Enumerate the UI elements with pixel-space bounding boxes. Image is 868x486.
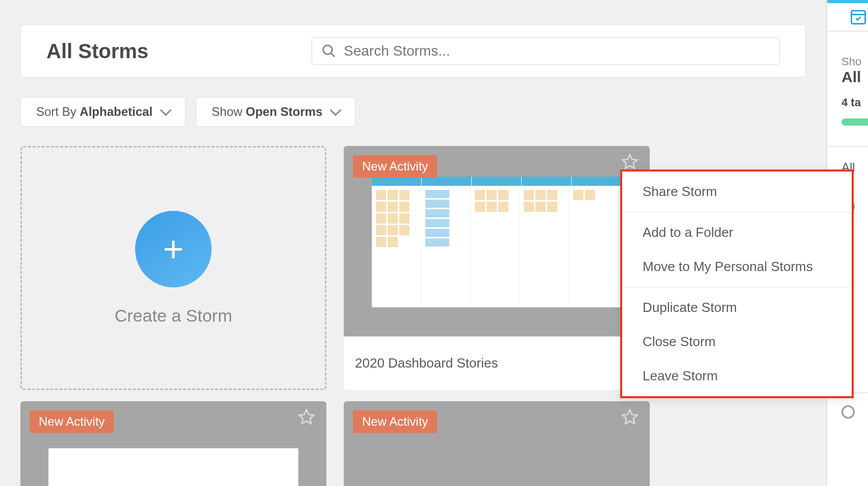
- favorite-star[interactable]: [298, 408, 315, 426]
- svg-rect-5: [852, 11, 865, 24]
- new-activity-badge: New Activity: [353, 155, 437, 178]
- favorite-star[interactable]: [621, 153, 639, 171]
- svg-marker-2: [623, 155, 637, 168]
- menu-share-storm[interactable]: Share Storm: [622, 175, 852, 209]
- show-value: Open Storms: [246, 105, 323, 118]
- show-label: Show: [212, 105, 246, 118]
- side-filter-title: All: [827, 68, 868, 86]
- side-tasks-icon[interactable]: [827, 3, 868, 31]
- new-activity-badge: New Activity: [30, 410, 114, 433]
- storm-preview: [372, 177, 622, 307]
- sort-dropdown[interactable]: Sort By Alphabetical: [20, 97, 186, 127]
- svg-marker-4: [623, 410, 637, 424]
- svg-line-1: [331, 53, 335, 57]
- show-dropdown[interactable]: Show Open Storms: [196, 97, 355, 127]
- side-task-count: 4 ta: [827, 96, 868, 109]
- svg-point-0: [323, 45, 333, 55]
- storm-context-menu: Share Storm Add to a Folder Move to My P…: [620, 169, 854, 398]
- page-title: All Storms: [46, 40, 291, 63]
- storm-title: 2020 Dashboard Stories: [355, 355, 498, 371]
- menu-leave-storm[interactable]: Leave Storm: [622, 359, 852, 393]
- header-bar: All Storms: [20, 25, 806, 78]
- create-storm-card[interactable]: + Create a Storm: [20, 146, 326, 390]
- favorite-star[interactable]: [621, 408, 639, 426]
- chevron-down-icon: [160, 105, 172, 116]
- storm-card[interactable]: New Activity: [20, 401, 326, 486]
- sort-value: Alphabetical: [80, 105, 152, 118]
- menu-close-storm[interactable]: Close Storm: [622, 325, 852, 359]
- side-progress-bar: [841, 118, 868, 126]
- search-icon: [321, 43, 337, 59]
- side-showing-label: Sho: [827, 55, 868, 68]
- storm-card[interactable]: New Activity: [344, 401, 650, 486]
- chevron-down-icon: [330, 105, 342, 116]
- menu-move-personal[interactable]: Move to My Personal Storms: [622, 250, 852, 284]
- new-activity-badge: New Activity: [353, 410, 437, 433]
- storm-card[interactable]: New Activity: [344, 146, 650, 390]
- menu-duplicate-storm[interactable]: Duplicate Storm: [622, 290, 852, 325]
- sort-label: Sort By: [36, 105, 80, 118]
- search-input[interactable]: [344, 43, 770, 59]
- menu-add-to-folder[interactable]: Add to a Folder: [622, 215, 852, 250]
- create-label: Create a Storm: [115, 306, 233, 326]
- search-field[interactable]: [312, 37, 780, 65]
- svg-marker-3: [299, 410, 314, 424]
- plus-icon: +: [135, 211, 212, 287]
- storm-preview: [48, 448, 298, 486]
